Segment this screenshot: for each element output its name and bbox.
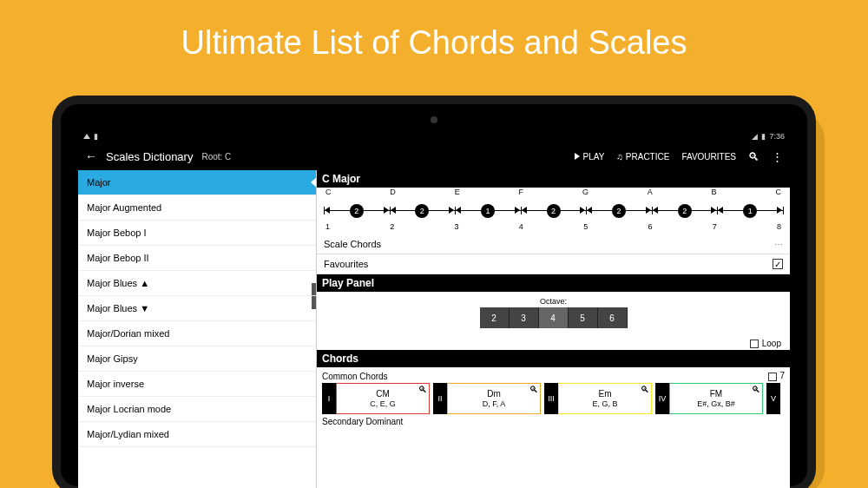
loop-checkbox[interactable] — [750, 340, 759, 348]
scale-note: G — [582, 188, 589, 196]
degree-label: 6 — [648, 222, 652, 231]
root-selector[interactable]: Root: C — [201, 152, 231, 162]
sidebar-item[interactable]: Major Bebop I — [78, 221, 316, 246]
octave-selector[interactable]: 23456 — [480, 307, 628, 328]
chord-name: Em — [599, 389, 612, 399]
sidebar-item[interactable]: Major Bebop II — [78, 246, 316, 271]
roman-numeral: II — [433, 383, 447, 414]
sidebar-item[interactable]: Major/Dorian mixed — [78, 321, 316, 346]
signal-icon: ◢ — [752, 132, 758, 141]
scale-note: D — [390, 188, 396, 196]
battery-icon: ▮ — [761, 132, 766, 141]
degree-label: 4 — [519, 222, 523, 231]
chord-name: Dm — [487, 389, 501, 399]
sidebar-item[interactable]: Major Gipsy — [78, 346, 316, 372]
roman-numeral: III — [544, 383, 558, 414]
degree-label: 2 — [390, 222, 394, 231]
search-icon[interactable]: 🔍︎ — [748, 150, 760, 163]
sidebar-item[interactable]: Major Augmented — [78, 195, 316, 221]
tablet-frame: ▮ ◢ ▮ 7:36 ← Scales Dictionary Root: C P… — [52, 96, 816, 488]
app-toolbar: ← Scales Dictionary Root: C PLAY ♫PRACTI… — [78, 142, 790, 170]
note-icon: ♫ — [616, 152, 623, 162]
interval-bubble: 2 — [678, 204, 692, 218]
octave-button[interactable]: 2 — [480, 307, 510, 328]
scale-note-row: CDEFGABC — [317, 188, 790, 196]
scale-diagram: 12345678 2212221 — [324, 198, 783, 231]
back-button[interactable]: ← — [85, 149, 97, 163]
magnify-icon[interactable]: 🔍︎ — [529, 385, 538, 394]
interval-bubble: 1 — [743, 204, 757, 218]
play-panel-header: Play Panel — [317, 274, 790, 292]
sidebar-item[interactable]: Major — [78, 170, 316, 195]
interval-bubble: 2 — [612, 204, 626, 218]
degree-label: 7 — [713, 222, 717, 231]
more-dots-icon: ⋯ — [774, 240, 783, 249]
chord-card[interactable]: 🔍︎CMC, E, G — [336, 383, 430, 414]
octave-button[interactable]: 5 — [569, 307, 598, 328]
sidebar-item[interactable]: Major Locrian mode — [78, 397, 316, 422]
octave-button[interactable]: 6 — [598, 307, 628, 328]
favourites-row[interactable]: Favourites ✓ — [317, 254, 790, 274]
play-icon — [575, 153, 580, 160]
sidebar-item[interactable]: Major/Lydian mixed — [78, 422, 316, 447]
roman-numeral: IV — [655, 383, 669, 414]
magnify-icon[interactable]: 🔍︎ — [641, 385, 649, 394]
main-panel: C Major CDEFGABC 12345678 2212221 Scale … — [317, 170, 790, 488]
chords-header: Chords — [317, 350, 790, 367]
promo-title: Ultimate List of Chords and Scales — [0, 0, 868, 79]
scale-chords-row[interactable]: Scale Chords ⋯ — [317, 234, 790, 254]
camera-dot — [431, 116, 437, 123]
degree-label: 8 — [777, 222, 781, 231]
sidebar-item[interactable]: Major Blues ▼ — [78, 296, 316, 321]
chord-card[interactable]: 🔍︎EmE, G, B — [558, 383, 652, 414]
play-button[interactable]: PLAY — [575, 152, 604, 162]
secondary-dominant-label: Secondary Dominant — [322, 417, 403, 426]
magnify-icon[interactable]: 🔍︎ — [752, 385, 760, 394]
chord-notes: E, G, B — [592, 399, 617, 408]
scale-note: A — [648, 188, 653, 196]
seventh-toggle[interactable]: 7 — [768, 371, 785, 380]
sidebar-item[interactable]: Major inverse — [78, 372, 316, 397]
chord-row: I🔍︎CMC, E, GII🔍︎DmD, F, AIII🔍︎EmE, G, BI… — [322, 383, 785, 414]
octave-label: Octave: — [317, 297, 790, 306]
chord-notes: D, F, A — [483, 399, 506, 408]
interval-bubble: 1 — [481, 204, 495, 218]
scale-header: C Major — [317, 170, 790, 188]
degree-label: 1 — [326, 222, 330, 231]
practice-button[interactable]: ♫PRACTICE — [616, 152, 669, 162]
app-title: Scales Dictionary — [106, 150, 193, 163]
interval-bubble: 2 — [547, 204, 561, 218]
sd-icon: ▮ — [94, 132, 98, 141]
chord-notes: C, E, G — [370, 399, 396, 408]
roman-numeral: V — [766, 383, 780, 414]
more-icon[interactable]: ⋮ — [772, 150, 783, 163]
scale-note: C — [775, 188, 781, 196]
favourites-checkbox[interactable]: ✓ — [773, 259, 783, 269]
status-bar: ▮ ◢ ▮ 7:36 — [78, 130, 790, 142]
chord-notes: E#, Gx, B# — [697, 399, 735, 408]
scale-note: E — [455, 188, 460, 196]
tablet-screen: ▮ ◢ ▮ 7:36 ← Scales Dictionary Root: C P… — [61, 104, 807, 486]
sidebar-item[interactable]: Major Blues ▲ — [78, 271, 316, 296]
chord-card[interactable]: 🔍︎DmD, F, A — [447, 383, 541, 414]
octave-button[interactable]: 4 — [539, 307, 569, 328]
chord-name: CM — [376, 389, 390, 399]
interval-bubble: 2 — [415, 204, 429, 218]
chord-card[interactable]: 🔍︎FME#, Gx, B# — [669, 383, 763, 414]
clock-text: 7:36 — [769, 132, 785, 141]
scale-note: F — [519, 188, 524, 196]
magnify-icon[interactable]: 🔍︎ — [418, 385, 427, 394]
roman-numeral: I — [322, 383, 336, 414]
degree-label: 5 — [583, 222, 588, 231]
chords-section: Common Chords 7 I🔍︎CMC, E, GII🔍︎DmD, F, … — [317, 367, 790, 425]
scale-list[interactable]: MajorMajor AugmentedMajor Bebop IMajor B… — [78, 170, 317, 488]
content-area: MajorMajor AugmentedMajor Bebop IMajor B… — [78, 170, 790, 488]
common-chords-label: Common Chords — [322, 372, 388, 381]
octave-button[interactable]: 3 — [510, 307, 539, 328]
chord-name: FM — [710, 389, 722, 399]
interval-bubble: 2 — [350, 204, 364, 218]
loop-row[interactable]: Loop — [317, 337, 790, 350]
favourites-button[interactable]: FAVOURITES — [681, 152, 736, 162]
play-panel: Octave: 23456 — [317, 292, 790, 337]
scale-note: B — [712, 188, 717, 196]
